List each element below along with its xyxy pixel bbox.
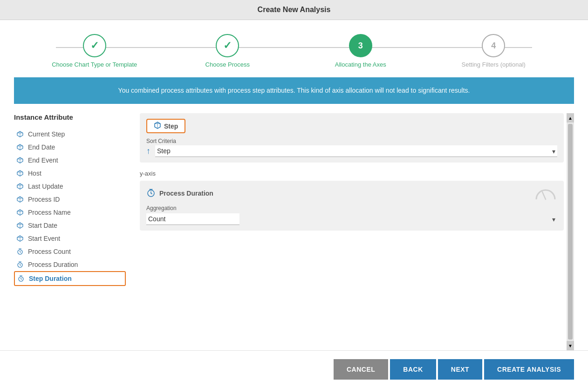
y-axis-card-header: Process Duration [146,186,557,200]
x-axis-section: Step Sort Criteria ↑ Step Ascending [140,113,574,163]
step-2-label: Choose Process [205,61,250,68]
step-4: 4 Setting Filters (optional) [427,34,561,68]
attr-start-event-label: Start Event [28,235,60,242]
attr-current-step[interactable]: Current Step [14,128,126,141]
attr-last-update-label: Last Update [28,183,63,190]
aggregation-select[interactable]: Count Sum Average Min Max [146,213,239,225]
cube-icon-2 [16,143,24,151]
step-4-circle: 4 [482,34,505,57]
modal-title-text: Create New Analysis [258,6,331,14]
gauge-icon [534,186,557,200]
x-axis-card: Step Sort Criteria ↑ Step Ascending [140,113,564,163]
attr-last-update[interactable]: Last Update [14,180,126,193]
attribute-list: Current Step End Date [14,128,126,286]
attr-current-step-label: Current Step [28,130,65,138]
step-2-checkmark: ✓ [223,40,232,52]
step-3-number: 3 [358,41,363,51]
y-axis-item: Process Duration [146,188,213,199]
attr-process-count-label: Process Count [28,248,71,255]
step-2-circle: ✓ [216,34,239,57]
attr-process-name-label: Process Name [28,209,71,216]
attr-start-event[interactable]: Start Event [14,232,126,245]
modal-container: Create New Analysis ✓ Choose Chart Type … [0,0,588,388]
attr-step-duration-label: Step Duration [29,275,72,282]
scrollbar-down-arrow[interactable]: ▼ [567,341,574,350]
footer: CANCEL BACK NEXT CREATE ANALYSIS [0,350,588,388]
sort-select[interactable]: Step Ascending Descending [155,145,557,157]
cube-icon-9 [16,234,24,243]
x-axis-tag[interactable]: Step [146,119,185,133]
step-1-label: Choose Chart Type or Template [52,61,137,68]
cancel-button[interactable]: CANCEL [334,359,388,380]
create-analysis-button[interactable]: CREATE ANALYSIS [484,359,574,380]
next-button[interactable]: NEXT [438,359,482,380]
step-4-label: Setting Filters (optional) [462,61,526,68]
left-panel: Instance Attribute Current Step [14,113,126,350]
stepper: ✓ Choose Chart Type or Template ✓ Choose… [0,20,588,77]
step-cube-icon [154,122,161,130]
attr-host[interactable]: Host [14,167,126,180]
step-1-circle: ✓ [83,34,106,57]
cube-icon-7 [16,208,24,217]
aggregation-label: Aggregation [146,205,557,211]
step-2: ✓ Choose Process [161,34,294,68]
attr-host-label: Host [28,170,41,177]
attr-start-date[interactable]: Start Date [14,219,126,232]
x-axis-card-header: Step [146,119,557,133]
sort-row: Sort Criteria ↑ Step Ascending Descendin… [146,138,557,157]
warning-banner: You combined process attributes with pro… [14,77,574,104]
duration-icon-3 [17,274,25,283]
y-axis-item-label: Process Duration [159,190,213,197]
cube-icon [16,130,24,138]
attr-step-duration[interactable]: Step Duration [14,271,126,286]
aggregation-row: Aggregation Count Sum Average Min Max ▾ [146,205,557,225]
cube-icon-3 [16,156,24,164]
warning-text: You combined process attributes with pro… [118,87,470,94]
cube-icon-6 [16,195,24,204]
attr-start-date-label: Start Date [28,222,57,229]
process-duration-icon [146,188,156,199]
back-button[interactable]: BACK [390,359,436,380]
y-axis-section: y-axis Process Duration [140,170,574,231]
step-3-label: Allocating the Axes [335,61,386,68]
scrollbar-up-arrow[interactable]: ▲ [567,113,574,123]
x-axis-tag-label: Step [164,123,178,130]
step-3-circle: 3 [349,34,372,57]
step-4-number: 4 [491,41,496,51]
attr-end-event-label: End Event [28,157,58,164]
step-1-checkmark: ✓ [90,40,99,52]
duration-icon-1 [16,247,24,256]
modal-title: Create New Analysis [0,0,588,20]
duration-icon-2 [16,260,24,269]
y-axis-card: Process Duration Aggregation Count [140,181,564,231]
attr-process-count[interactable]: Process Count [14,245,126,258]
attr-process-name[interactable]: Process Name [14,206,126,219]
sort-up-arrow[interactable]: ↑ [146,146,150,156]
right-panel: ▲ ▼ Step [140,113,574,350]
step-3: 3 Allocating the Axes [294,34,427,68]
content-area: Instance Attribute Current Step [0,113,588,350]
attr-process-duration[interactable]: Process Duration [14,258,126,271]
attr-process-id[interactable]: Process ID [14,193,126,206]
sort-select-wrap: ↑ Step Ascending Descending ▾ [146,145,557,157]
cube-icon-8 [16,221,24,230]
agg-select-wrap: Count Sum Average Min Max ▾ [146,213,557,225]
cube-icon-4 [16,169,24,177]
y-axis-label: y-axis [140,170,564,177]
scrollbar-track: ▲ ▼ [567,113,574,350]
attr-end-date-label: End Date [28,143,55,151]
panel-title: Instance Attribute [14,113,126,121]
attr-end-date[interactable]: End Date [14,141,126,154]
step-1: ✓ Choose Chart Type or Template [28,34,161,68]
attr-end-event[interactable]: End Event [14,154,126,167]
sort-label: Sort Criteria [146,138,557,144]
agg-chevron-icon: ▾ [552,216,555,223]
attr-process-duration-label: Process Duration [28,261,78,268]
attr-process-id-label: Process ID [28,196,60,203]
cube-icon-5 [16,182,24,191]
scrollbar-thumb [568,124,573,340]
